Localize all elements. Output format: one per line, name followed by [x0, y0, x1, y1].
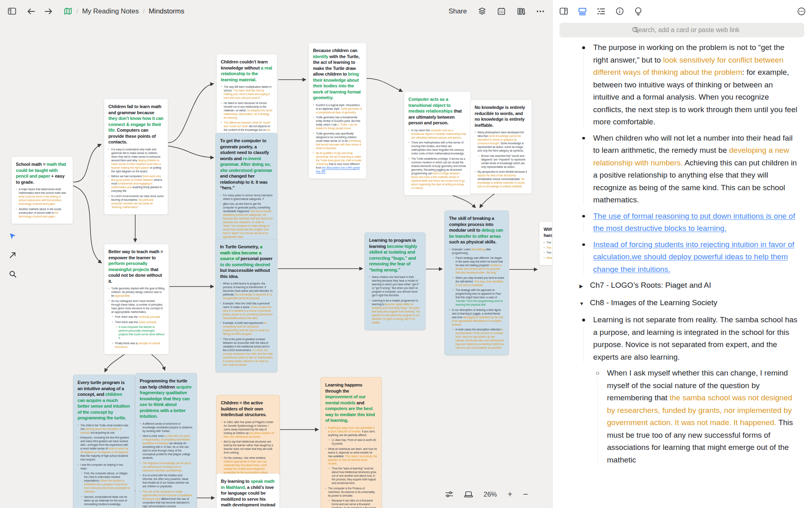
whiteboard-map-icon	[63, 7, 72, 16]
card-view-icon[interactable]	[578, 7, 587, 16]
doc-bullet[interactable]: The use of formal reasoning to put down …	[579, 210, 801, 235]
zoom-out-button[interactable]: −	[523, 490, 528, 498]
canvas-card-no-knowledge[interactable]: No knowledge is entirely reducible to wo…	[470, 100, 532, 194]
bullet-marker	[582, 137, 585, 140]
card-bullet: •Example: A child had experienced no com…	[220, 321, 273, 336]
sidebar-toggle-icon[interactable]	[7, 7, 16, 16]
chevron-down-icon[interactable]: ▼	[579, 297, 590, 310]
canvas-card-active-builders[interactable]: Children = the active builders of their …	[216, 395, 280, 480]
arrow-tool-icon[interactable]	[8, 251, 17, 260]
toggle-heading[interactable]: ▶Ch7 - LOGO’s Roots: Piaget and AI	[579, 279, 801, 293]
doc-bullet[interactable]: The purpose in working on the problem is…	[579, 41, 801, 128]
card-title: Programming the turtle can help children…	[140, 378, 192, 419]
card-bullet: •Another mathetic factor in the social c…	[16, 207, 69, 218]
lightbulb-icon[interactable]	[634, 7, 643, 16]
doc-bullet[interactable]: Instead of forcing students into rejecti…	[579, 239, 801, 276]
canvas-card-transitional-object[interactable]: Computer acts as a transitional object t…	[404, 91, 471, 195]
bullet-marker	[596, 372, 599, 375]
canvas-card-school-math[interactable]: School math = math that could be taught …	[11, 156, 73, 224]
canvas-card-mental-models[interactable]: Learning happens through the improvement…	[321, 377, 382, 508]
search-box[interactable]	[559, 23, 804, 37]
indent-guide	[583, 250, 584, 275]
card-bullet: •Paul’s strategy was different. He began…	[453, 256, 504, 274]
zoom-level[interactable]: 26%	[484, 491, 497, 498]
card-title: Children couldn’t learn knowledge withou…	[221, 59, 273, 82]
card-bullet: •When you step forward you tend to leave…	[453, 276, 504, 287]
canvas-card-children-fail[interactable]: Children fail to learn math and grammar …	[104, 99, 168, 215]
card-bullet: •Euclid’s is a logical style. Descartes’…	[313, 103, 362, 114]
bullet-marker	[582, 46, 585, 49]
share-button[interactable]: Share	[449, 7, 467, 15]
toggle-label: Ch8 - Images of the Learning Society	[590, 297, 801, 310]
card-bullet: •The analogy with his approach to progra…	[453, 288, 504, 306]
doc-bullet[interactable]: When I ask myself whether this can chang…	[592, 367, 801, 466]
back-arrow-icon[interactable]	[27, 7, 36, 16]
card-title: To get the computer to generate poetry, …	[220, 138, 273, 191]
canvas-card-debug-transfer[interactable]: The skill of breaking a complex process …	[445, 211, 509, 355]
forward-arrow-icon[interactable]	[44, 7, 53, 16]
card-bullet: •First, there was the continuity princip…	[112, 315, 164, 319]
card-bullet: •A different sense of what kind of knowl…	[140, 422, 192, 433]
card-bullet: •Here a child, even a child with one pie…	[140, 434, 192, 460]
layers-icon[interactable]	[477, 7, 486, 16]
card-bullet: •The when the process illustrates learni…	[544, 241, 552, 244]
connection-arrow[interactable]	[168, 84, 214, 143]
card-bullet: •I see the computer as helping in two wa…	[78, 463, 130, 470]
card-bullet: •Then there was the power principle.	[112, 320, 164, 324]
info-icon[interactable]	[615, 7, 624, 16]
breadcrumb-root[interactable]: My Reading Notes	[82, 7, 139, 15]
canvas-card-fragmentary-knowledge[interactable]: Programming the turtle can help children…	[135, 373, 197, 508]
zoom-toolbar: 26% + −	[445, 490, 528, 499]
card-bullet: •The way Bill learn multiplication table…	[221, 85, 273, 100]
search-tool-icon[interactable]	[8, 269, 17, 278]
connection-arrow[interactable]	[73, 144, 101, 182]
right-note-panel: The purpose in working on the problem is…	[552, 0, 812, 508]
outline-view-icon[interactable]	[596, 7, 605, 16]
canvas-card-intuitive-analog[interactable]: Every turtle program is an intuitive ana…	[73, 375, 135, 508]
card-title: Every turtle program is an intuitive ana…	[78, 380, 130, 421]
display-settings-icon[interactable]	[445, 490, 454, 499]
canvas-card-learning-to-program[interactable]: Learning to program is learning become h…	[365, 232, 425, 330]
card-bullet: •For many years in school Jenny had been…	[220, 193, 273, 201]
card-bullet: •Anything is easy if you can assimilate …	[325, 426, 377, 437]
presentation-mode-icon[interactable]	[464, 490, 473, 499]
chevron-right-icon[interactable]: ▶	[579, 279, 590, 293]
select-cursor-tool-icon[interactable]	[8, 232, 17, 241]
toggle-heading[interactable]: ▼Ch8 - Images of the Learning Society	[579, 297, 801, 310]
canvas-card-clipped-card[interactable]: With experience physical hard “bugs” sim…	[539, 221, 552, 265]
card-title: With experience physical hard “bugs” sim…	[544, 226, 552, 238]
doc-bullet[interactable]: Learning is not separate from reality. T…	[579, 314, 801, 363]
card-bullet: •Everyone—including the few first grader…	[78, 436, 130, 461]
card-title: Learning happens through the improvement…	[325, 382, 377, 423]
connection-arrow[interactable]	[367, 78, 402, 91]
breadcrumb-current[interactable]: Mindstorms	[149, 7, 184, 15]
more-options-icon[interactable]	[536, 7, 545, 16]
calendar-icon[interactable]	[497, 7, 506, 16]
bullet-marker	[582, 243, 585, 246]
whiteboard-canvas[interactable]: 26% + − School math = math that could be…	[0, 22, 552, 508]
connection-arrow[interactable]	[168, 146, 214, 158]
card-bullet: •The learning process	[544, 251, 552, 254]
zoom-in-button[interactable]: +	[508, 490, 512, 498]
card-title: Computer acts as a transitional object t…	[408, 96, 466, 126]
indent-guide	[583, 325, 584, 362]
canvas-card-better-way[interactable]: Better way to teach math = empower the l…	[104, 244, 169, 354]
card-bullet: •Thus the “laws of learning” must be abo…	[329, 467, 377, 485]
doc-bullet[interactable]: When children who will not let a number …	[579, 132, 801, 206]
card-title: The skill of breaking a complex process …	[449, 215, 504, 245]
panel-more-options-icon[interactable]	[797, 7, 806, 16]
card-bullet: •Example: Here the child has a personal …	[220, 302, 273, 320]
card-bullet: •It is easy to understand why math and g…	[108, 148, 164, 173]
card-bullet: •In my vision the computer acts as a tra…	[408, 128, 466, 139]
topbar-actions: Share	[449, 0, 545, 22]
split-view-icon[interactable]	[559, 7, 568, 16]
canvas-card-identify-turtle[interactable]: Because children can identify with the T…	[309, 43, 367, 179]
card-bullet: •First, the computer allows, or obliges,…	[81, 471, 130, 493]
card-title: Better way to teach math = empower the l…	[108, 249, 164, 284]
library-icon[interactable]	[516, 7, 525, 16]
card-bullet: •In 1964, after five years at Piaget’s C…	[221, 420, 275, 439]
search-input[interactable]	[559, 22, 804, 38]
canvas-card-turtle-geometry-power[interactable]: In Turtle Geometry, a math idea become a…	[216, 239, 277, 372]
canvas-card-speak-math[interactable]: By learning to speak math in Mathland, a…	[216, 473, 280, 508]
connection-arrow[interactable]	[73, 186, 102, 263]
